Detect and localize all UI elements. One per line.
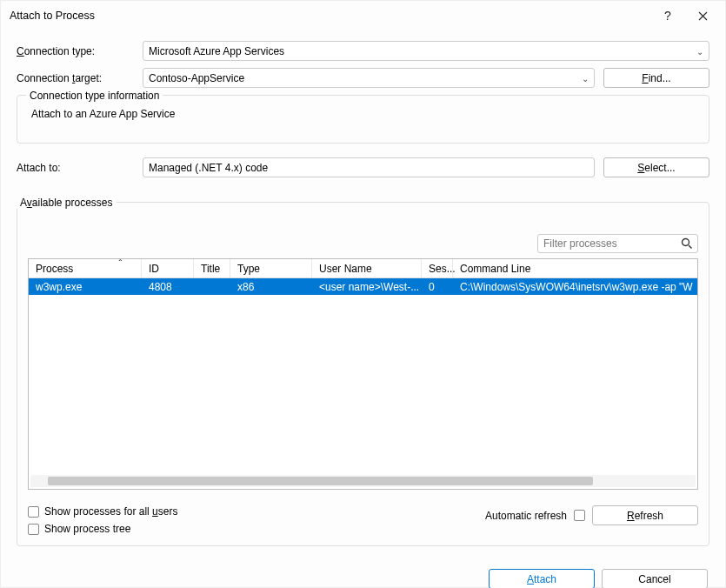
filter-row: Filter processes [28, 234, 698, 253]
table-row[interactable]: w3wp.exe 4808 x86 <user name>\West-... 0… [29, 278, 697, 295]
column-header-process[interactable]: Process⌃ [29, 259, 142, 277]
dialog-title: Attach to Process [10, 10, 650, 22]
chevron-down-icon: ⌄ [696, 46, 703, 56]
column-header-title[interactable]: Title [194, 259, 230, 277]
dialog-footer: Attach Cancel [1, 551, 725, 588]
column-header-type[interactable]: Type [230, 259, 312, 277]
scrollbar-thumb[interactable] [48, 477, 593, 485]
horizontal-scrollbar[interactable] [30, 475, 696, 487]
cell-type: x86 [230, 281, 312, 293]
process-grid: Process⌃ ID Title Type User Name Ses... … [28, 258, 698, 490]
filter-placeholder: Filter processes [543, 237, 617, 250]
connection-type-value: Microsoft Azure App Services [149, 45, 284, 57]
connection-info-detail: Attach to an Azure App Service [26, 108, 700, 120]
sort-asc-icon: ⌃ [117, 258, 123, 266]
show-process-tree-label: Show process tree [44, 523, 130, 535]
connection-target-combo[interactable]: Contoso-AppService ⌄ [143, 68, 595, 88]
column-header-session[interactable]: Ses... [422, 259, 453, 277]
column-header-cmd[interactable]: Command Line [453, 259, 697, 277]
column-header-id[interactable]: ID [142, 259, 194, 277]
help-button[interactable]: ? [650, 3, 685, 28]
show-process-tree-row: Show process tree [28, 523, 485, 535]
refresh-button[interactable]: Refresh [592, 505, 698, 525]
connection-type-combo[interactable]: Microsoft Azure App Services ⌄ [143, 41, 709, 61]
show-all-users-label: Show processes for all users [44, 505, 177, 518]
show-process-tree-checkbox[interactable] [28, 524, 39, 535]
refresh-controls: Automatic refresh Refresh [485, 505, 698, 525]
available-processes-group: Available processes Filter processes Pro… [17, 191, 709, 546]
connection-target-label: Connection target: [17, 72, 134, 84]
titlebar: Attach to Process ? [1, 1, 725, 30]
connection-type-label: Connection type: [17, 45, 134, 57]
show-all-users-row: Show processes for all users [28, 505, 485, 518]
attach-to-row: Attach to: Managed (.NET 4.x) code Selec… [17, 157, 709, 177]
close-icon [698, 11, 708, 21]
find-button[interactable]: Find... [603, 68, 709, 88]
cancel-button[interactable]: Cancel [602, 569, 708, 588]
cell-user: <user name>\West-... [312, 281, 422, 293]
show-all-users-checkbox[interactable] [28, 506, 39, 518]
grid-header: Process⌃ ID Title Type User Name Ses... … [29, 259, 697, 278]
attach-button[interactable]: Attach [489, 569, 595, 588]
dialog-body: Connection type: Microsoft Azure App Ser… [1, 30, 725, 551]
chevron-down-icon: ⌄ [582, 73, 589, 83]
select-button[interactable]: Select... [603, 157, 709, 177]
attach-to-label: Attach to: [17, 162, 134, 174]
attach-to-process-dialog: Attach to Process ? Connection type: Mic… [0, 0, 726, 588]
connection-info-panel: Connection type information Attach to an… [17, 95, 709, 144]
available-processes-label: Available processes [17, 197, 117, 209]
connection-info-label: Connection type information [26, 90, 163, 102]
cell-id: 4808 [142, 281, 194, 293]
filter-processes-input[interactable]: Filter processes [537, 234, 698, 253]
connection-target-row: Connection target: Contoso-AppService ⌄ … [17, 68, 709, 88]
search-icon [681, 237, 693, 250]
available-processes-panel: Filter processes Process⌃ ID Title Type … [17, 202, 709, 546]
cell-cmd: C:\Windows\SysWOW64\inetsrv\w3wp.exe -ap… [453, 281, 697, 293]
column-header-user[interactable]: User Name [312, 259, 422, 277]
connection-type-row: Connection type: Microsoft Azure App Ser… [17, 41, 709, 61]
close-button[interactable] [685, 3, 720, 28]
cell-session: 0 [422, 281, 453, 293]
svg-point-0 [683, 239, 689, 246]
connection-target-value: Contoso-AppService [149, 72, 244, 84]
automatic-refresh-checkbox[interactable] [574, 510, 585, 521]
attach-to-value: Managed (.NET 4.x) code [143, 157, 595, 177]
cell-process: w3wp.exe [29, 281, 142, 293]
automatic-refresh-label: Automatic refresh [485, 510, 567, 522]
